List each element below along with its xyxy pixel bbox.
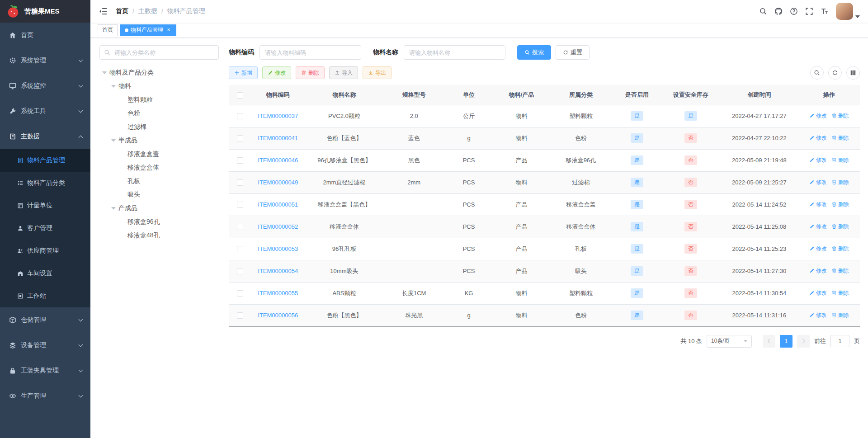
row-checkbox[interactable] xyxy=(237,179,243,186)
tree-node[interactable]: 塑料颗粒 xyxy=(99,93,219,107)
material-code-link[interactable]: ITEM00000046 xyxy=(258,157,298,164)
view-tag[interactable]: 物料产品管理× xyxy=(120,24,176,36)
sidebar-subitem[interactable]: 客户管理 xyxy=(0,217,90,240)
sidebar-item[interactable]: 仓储管理 xyxy=(0,307,90,333)
search-icon[interactable] xyxy=(759,7,767,15)
row-delete-link[interactable]: 删除 xyxy=(831,311,849,319)
search-button[interactable]: 搜索 xyxy=(517,45,551,60)
page-1-button[interactable]: 1 xyxy=(780,335,793,348)
tree-node[interactable]: 物料 xyxy=(99,80,219,93)
material-code-link[interactable]: ITEM00000055 xyxy=(258,290,298,297)
row-delete-link[interactable]: 删除 xyxy=(831,289,849,297)
sidebar-subitem[interactable]: 物料产品管理 xyxy=(0,149,90,172)
row-checkbox[interactable] xyxy=(237,268,243,274)
prev-page-button[interactable] xyxy=(763,335,775,348)
material-code-link[interactable]: ITEM00000041 xyxy=(258,135,298,141)
sidebar-subitem[interactable]: 供应商管理 xyxy=(0,240,90,262)
view-tag[interactable]: 首页 xyxy=(98,24,118,36)
row-delete-link[interactable]: 删除 xyxy=(831,112,849,120)
sidebar-item[interactable]: 生产管理 xyxy=(0,383,90,409)
tree-node[interactable]: 孔板 xyxy=(99,174,219,188)
material-code-link[interactable]: ITEM00000056 xyxy=(258,312,298,319)
tree-node[interactable]: 移液盒96孔 xyxy=(99,215,219,229)
sidebar-subitem[interactable]: 车间设置 xyxy=(0,262,90,285)
row-delete-link[interactable]: 删除 xyxy=(831,134,849,142)
toggle-search-button[interactable] xyxy=(810,66,824,80)
tree-node[interactable]: 吸头 xyxy=(99,188,219,202)
sidebar-item[interactable]: 工装夹具管理 xyxy=(0,358,90,383)
help-icon[interactable] xyxy=(790,7,798,15)
row-edit-link[interactable]: 修改 xyxy=(809,311,827,319)
category-search-input[interactable] xyxy=(99,45,219,60)
row-edit-link[interactable]: 修改 xyxy=(809,134,827,142)
sidebar-toggle-icon[interactable] xyxy=(99,7,108,16)
tree-node[interactable]: 半成品 xyxy=(99,134,219,147)
sidebar-subitem[interactable]: 物料产品分类 xyxy=(0,172,90,194)
reset-button[interactable]: 重置 xyxy=(556,45,590,60)
app-logo[interactable]: 苦糖果MES xyxy=(0,0,90,23)
row-checkbox[interactable] xyxy=(237,312,243,319)
row-delete-link[interactable]: 删除 xyxy=(831,267,849,275)
row-edit-link[interactable]: 修改 xyxy=(809,289,827,297)
material-code-link[interactable]: ITEM00000054 xyxy=(258,268,298,274)
sidebar-subitem[interactable]: 工作站 xyxy=(0,285,90,307)
material-code-link[interactable]: ITEM00000051 xyxy=(258,201,298,208)
material-name-input[interactable] xyxy=(404,45,505,60)
github-icon[interactable] xyxy=(774,7,783,15)
delete-button[interactable]: 删除 xyxy=(296,66,325,79)
row-edit-link[interactable]: 修改 xyxy=(809,223,827,231)
edit-button[interactable]: 修改 xyxy=(262,66,291,79)
row-edit-link[interactable]: 修改 xyxy=(809,267,827,275)
sidebar-item[interactable]: 首页 xyxy=(0,23,90,48)
sidebar-item[interactable]: 系统监控 xyxy=(0,73,90,99)
row-checkbox[interactable] xyxy=(237,135,243,141)
material-code-link[interactable]: ITEM00000052 xyxy=(258,223,298,230)
columns-button[interactable] xyxy=(846,66,860,80)
export-button[interactable]: 导出 xyxy=(363,66,392,79)
import-button[interactable]: 导入 xyxy=(329,66,358,79)
select-all-checkbox[interactable] xyxy=(237,92,243,99)
add-button[interactable]: 新增 xyxy=(229,66,258,79)
sidebar-item[interactable]: 系统工具 xyxy=(0,99,90,124)
goto-page-input[interactable] xyxy=(830,335,849,347)
row-edit-link[interactable]: 修改 xyxy=(809,245,827,253)
breadcrumb-item[interactable]: 首页 xyxy=(116,7,128,15)
material-code-link[interactable]: ITEM00000053 xyxy=(258,245,298,252)
close-icon[interactable]: × xyxy=(165,27,172,33)
row-edit-link[interactable]: 修改 xyxy=(809,179,827,186)
row-checkbox[interactable] xyxy=(237,246,243,252)
sidebar-subitem[interactable]: 计量单位 xyxy=(0,194,90,217)
row-checkbox[interactable] xyxy=(237,157,243,164)
row-edit-link[interactable]: 修改 xyxy=(809,112,827,120)
row-checkbox[interactable] xyxy=(237,202,243,208)
fullscreen-icon[interactable] xyxy=(805,7,813,15)
sidebar-item[interactable]: 设备管理 xyxy=(0,333,90,358)
row-checkbox[interactable] xyxy=(237,290,243,297)
refresh-button[interactable] xyxy=(828,66,842,80)
tree-node[interactable]: 移液盒盒盖 xyxy=(99,147,219,161)
font-size-icon[interactable] xyxy=(821,7,829,15)
material-code-link[interactable]: ITEM00000049 xyxy=(258,179,298,186)
user-menu[interactable] xyxy=(836,3,860,20)
row-checkbox[interactable] xyxy=(237,113,243,119)
row-delete-link[interactable]: 删除 xyxy=(831,156,849,164)
tree-node[interactable]: 物料及产品分类 xyxy=(99,66,219,80)
tree-node[interactable]: 过滤棉 xyxy=(99,120,219,134)
tree-node[interactable]: 产成品 xyxy=(99,202,219,215)
sidebar-item[interactable]: 主数据 xyxy=(0,124,90,149)
tree-node[interactable]: 移液盒48孔 xyxy=(99,229,219,242)
row-delete-link[interactable]: 删除 xyxy=(831,245,849,253)
row-delete-link[interactable]: 删除 xyxy=(831,201,849,208)
next-page-button[interactable] xyxy=(797,335,810,348)
material-code-input[interactable] xyxy=(259,45,361,60)
row-edit-link[interactable]: 修改 xyxy=(809,201,827,208)
sidebar-item[interactable]: 系统管理 xyxy=(0,48,90,73)
row-edit-link[interactable]: 修改 xyxy=(809,156,827,164)
tree-node[interactable]: 移液盒盒体 xyxy=(99,161,219,174)
row-delete-link[interactable]: 删除 xyxy=(831,223,849,231)
material-code-link[interactable]: ITEM00000037 xyxy=(258,113,298,119)
row-checkbox[interactable] xyxy=(237,224,243,230)
row-delete-link[interactable]: 删除 xyxy=(831,179,849,186)
tree-node[interactable]: 色粉 xyxy=(99,107,219,120)
page-size-select[interactable]: 10条/页 xyxy=(707,335,752,348)
